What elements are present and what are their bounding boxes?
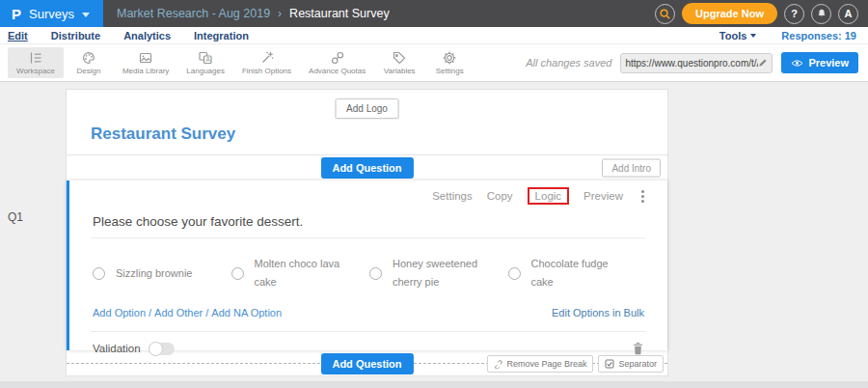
- separator-label: Separator: [618, 359, 657, 369]
- autosave-status: All changes saved: [526, 57, 611, 69]
- search-button[interactable]: [655, 4, 675, 24]
- answer-option-label[interactable]: Sizzling brownie: [116, 264, 192, 283]
- preview-label: Preview: [808, 57, 849, 69]
- responses-count-link[interactable]: Responses: 19: [781, 30, 856, 42]
- page-break: Add Question Remove Page Break Separator: [67, 363, 667, 364]
- option-links-row: Add Option/Add Other/Add NA Option Edit …: [91, 307, 646, 319]
- edit-options-in-bulk-link[interactable]: Edit Options in Bulk: [552, 307, 644, 319]
- nav-right: Tools Responses: 19: [719, 30, 856, 42]
- toolbar-item-languages[interactable]: A Languages: [177, 47, 233, 78]
- surveys-menu[interactable]: P Surveys: [0, 0, 103, 27]
- separator-toggle-button[interactable]: Separator: [598, 355, 664, 373]
- topbar-actions: Upgrade Now ? A: [655, 3, 858, 24]
- nav-tab-edit[interactable]: Edit: [8, 30, 28, 42]
- notifications-button[interactable]: [811, 4, 831, 24]
- breadcrumb-separator: ›: [278, 7, 282, 20]
- svg-text:A: A: [206, 56, 211, 63]
- link-separator: /: [149, 307, 151, 319]
- survey-page: Add Logo Restaurant Survey Add Question …: [66, 89, 668, 376]
- chevron-down-icon: [82, 13, 90, 17]
- radio-icon[interactable]: [93, 267, 105, 280]
- design-palette-icon: [81, 50, 96, 66]
- tools-menu[interactable]: Tools: [719, 30, 757, 42]
- answer-options: Sizzling brownie Molten choco lava cake …: [91, 255, 646, 292]
- help-button[interactable]: ?: [784, 4, 804, 24]
- kebab-menu-icon[interactable]: [639, 188, 646, 205]
- add-logo-button[interactable]: Add Logo: [335, 98, 399, 119]
- delete-question-button[interactable]: [632, 342, 644, 355]
- editor-toolbar: Workspace Design Media Library A Languag…: [0, 44, 868, 82]
- link-separator: /: [205, 307, 208, 319]
- survey-title[interactable]: Restaurant Survey: [91, 125, 235, 144]
- preview-button[interactable]: Preview: [781, 52, 858, 73]
- chain-links-icon: [330, 50, 345, 66]
- add-intro-button[interactable]: Add Intro: [602, 158, 661, 177]
- survey-actions-row: Add Question Add Intro: [67, 154, 667, 180]
- question-copy-link[interactable]: Copy: [487, 190, 513, 202]
- question-block: Settings Copy Logic Preview Please choos…: [67, 180, 667, 350]
- add-na-option-link[interactable]: Add NA Option: [211, 307, 282, 319]
- toolbar-item-label: Finish Options: [242, 67, 291, 75]
- toolbar-item-design[interactable]: Design: [64, 47, 114, 78]
- nav-tab-distribute[interactable]: Distribute: [51, 30, 100, 42]
- breadcrumb: Market Research - Aug 2019 › Restaurant …: [117, 7, 390, 20]
- upgrade-now-button[interactable]: Upgrade Now: [682, 3, 777, 24]
- question-text[interactable]: Please choose your favorite dessert.: [91, 208, 646, 238]
- question-logic-link[interactable]: Logic: [528, 187, 570, 205]
- radio-icon[interactable]: [231, 267, 244, 280]
- toolbar-item-variables[interactable]: Variables: [374, 47, 424, 78]
- question-actions: Settings Copy Logic Preview: [91, 180, 646, 208]
- avatar[interactable]: A: [838, 4, 858, 24]
- answer-option[interactable]: Sizzling brownie: [93, 255, 231, 292]
- toolbar-item-media-library[interactable]: Media Library: [114, 47, 177, 78]
- toolbar-item-finish-options[interactable]: Finish Options: [233, 47, 300, 78]
- validation-toggle[interactable]: [149, 343, 175, 355]
- answer-option[interactable]: Molten choco lava cake: [231, 255, 370, 292]
- search-icon: [659, 8, 671, 20]
- nav-tab-integration[interactable]: Integration: [194, 30, 249, 42]
- survey-url-input[interactable]: [625, 58, 758, 69]
- add-question-button[interactable]: Add Question: [320, 157, 413, 179]
- toolbar-item-label: Workspace: [16, 67, 55, 75]
- remove-page-break-button[interactable]: Remove Page Break: [487, 355, 593, 373]
- unlink-icon: [494, 360, 502, 369]
- survey-editor-canvas: Q1 Add Logo Restaurant Survey Add Questi…: [0, 82, 868, 388]
- answer-option-label[interactable]: Molten choco lava cake: [255, 255, 346, 292]
- breadcrumb-folder[interactable]: Market Research - Aug 2019: [117, 7, 270, 20]
- answer-option[interactable]: Chocolate fudge cake: [508, 255, 647, 292]
- chevron-down-icon: [750, 34, 756, 38]
- topbar: P Surveys Market Research - Aug 2019 › R…: [0, 0, 868, 27]
- answer-option-label[interactable]: Chocolate fudge cake: [531, 255, 623, 292]
- radio-icon[interactable]: [508, 267, 521, 280]
- validation-label: Validation: [93, 343, 141, 354]
- eye-icon: [791, 59, 803, 68]
- toolbar-item-label: Advance Quotas: [309, 67, 366, 75]
- radio-icon[interactable]: [369, 267, 382, 280]
- add-question-button-bottom[interactable]: Add Question: [320, 353, 413, 374]
- option-links: Add Option/Add Other/Add NA Option: [93, 307, 282, 319]
- toolbar-item-label: Design: [76, 67, 100, 75]
- question-number-label: Q1: [8, 210, 23, 224]
- pencil-icon[interactable]: [758, 58, 768, 68]
- toolbar-item-workspace[interactable]: Workspace: [8, 47, 64, 78]
- nav-tab-analytics[interactable]: Analytics: [123, 30, 171, 42]
- question-preview-link[interactable]: Preview: [583, 190, 623, 202]
- languages-icon: A: [198, 50, 213, 66]
- toolbar-item-advance-quotas[interactable]: Advance Quotas: [300, 47, 374, 78]
- gear-icon: [442, 50, 457, 66]
- question-settings-link[interactable]: Settings: [432, 190, 473, 202]
- answer-option[interactable]: Honey sweetened cherry pie: [369, 255, 508, 292]
- survey-url-field[interactable]: [620, 53, 773, 73]
- breadcrumb-survey-name[interactable]: Restaurant Survey: [289, 7, 390, 20]
- toggle-knob: [149, 342, 163, 356]
- add-option-link[interactable]: Add Option: [93, 307, 146, 319]
- toolbar-item-label: Settings: [436, 67, 464, 75]
- add-other-link[interactable]: Add Other: [154, 307, 203, 319]
- tools-label: Tools: [719, 30, 747, 42]
- answer-option-label[interactable]: Honey sweetened cherry pie: [393, 255, 484, 292]
- toolbar-item-label: Media Library: [122, 67, 169, 75]
- product-name: Surveys: [29, 7, 74, 21]
- toolbar-item-settings[interactable]: Settings: [424, 47, 475, 78]
- section-nav: Edit Distribute Analytics Integration To…: [0, 27, 868, 44]
- questionpro-logo: P: [12, 6, 21, 22]
